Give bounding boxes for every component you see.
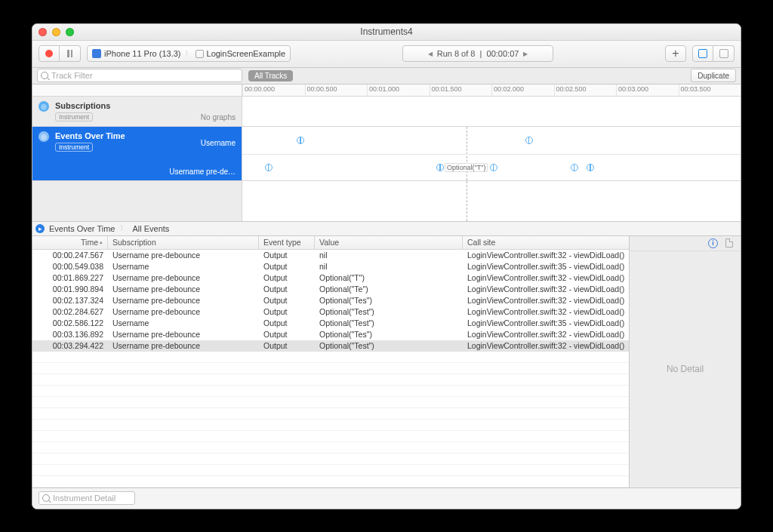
track-filter-placeholder: Track Filter [51, 71, 93, 80]
table-row[interactable]: 00:00.247.567Username pre-debounceOutput… [32, 250, 629, 261]
no-detail-label: No Detail [630, 251, 741, 487]
file-icon[interactable] [725, 238, 733, 248]
lane-label-username: Username [201, 139, 236, 147]
event-marker[interactable] [490, 164, 497, 171]
event-marker-label: Optional("T") [445, 163, 488, 172]
event-marker[interactable] [587, 164, 594, 171]
lane-label-username-predebounce: Username pre-de… [169, 168, 236, 176]
track-icon: ◎ [38, 131, 49, 142]
track-name: Subscriptions [55, 101, 236, 110]
table-row[interactable]: 00:01.990.894Username pre-debounceOutput… [32, 284, 629, 295]
device-icon [92, 49, 101, 58]
instrument-tag: Instrument [55, 143, 93, 152]
pause-button[interactable] [60, 45, 81, 62]
search-icon [41, 72, 48, 79]
event-marker[interactable] [571, 164, 578, 171]
detail-root-icon[interactable]: ▸ [35, 224, 45, 233]
process-label: LoginScreenExample [207, 49, 286, 58]
prev-run-icon[interactable]: ◀ [428, 51, 433, 57]
add-instrument-button[interactable]: + [665, 45, 686, 62]
detail-leaf-label[interactable]: All Events [132, 224, 169, 233]
event-marker[interactable] [525, 137, 533, 144]
col-call-site[interactable]: Call site [463, 236, 629, 249]
filter-row: Track Filter All Tracks Duplicate [32, 68, 741, 85]
track-events-over-time[interactable]: ◎ Events Over Time Instrument Username U… [32, 127, 741, 181]
footer-bar: Instrument Detail [32, 487, 741, 509]
table-row[interactable]: 00:00.549.038UsernameOutputnilLoginViewC… [32, 261, 629, 272]
run-label: Run 8 of 8 | 00:00:07 [437, 49, 519, 58]
detail-side-panel: i No Detail [630, 236, 741, 487]
target-selector[interactable]: iPhone 11 Pro (13.3) 〉 LoginScreenExampl… [87, 45, 291, 62]
event-marker[interactable] [297, 137, 304, 144]
process-icon [196, 50, 204, 58]
view-toggle-right[interactable] [713, 45, 735, 62]
titlebar: Instruments4 [32, 24, 741, 41]
events-table: Time▴ Subscription Event type Value Call… [32, 236, 630, 487]
instruments-window: Instruments4 iPhone 11 Pro (13.3) 〉 Logi… [32, 23, 741, 509]
timeline-ruler[interactable]: 00:00.00000:00.50000:01.00000:01.50000:0… [32, 85, 741, 97]
col-subscription[interactable]: Subscription [108, 236, 259, 249]
table-row[interactable]: 00:03.136.892Username pre-debounceOutput… [32, 329, 629, 340]
all-tracks-chip[interactable]: All Tracks [248, 70, 293, 81]
no-graphs-label: No graphs [201, 113, 236, 121]
instrument-detail-placeholder: Instrument Detail [53, 494, 115, 503]
next-run-icon[interactable]: ▶ [523, 51, 528, 57]
instrument-detail-input[interactable]: Instrument Detail [38, 491, 135, 505]
detail-breadcrumb: ▸ Events Over Time 〉 All Events [32, 221, 741, 236]
device-label: iPhone 11 Pro (13.3) [104, 49, 181, 58]
chevron-right-icon: 〉 [185, 49, 192, 59]
track-subscriptions[interactable]: ◎ Subscriptions Instrument No graphs [32, 97, 741, 127]
table-row[interactable]: 00:03.294.422Username pre-debounceOutput… [32, 340, 629, 352]
bottom-panel: Time▴ Subscription Event type Value Call… [32, 236, 741, 487]
table-row[interactable]: 00:02.586.122UsernameOutputOptional("Tes… [32, 318, 629, 329]
col-value[interactable]: Value [315, 236, 463, 249]
window-title: Instruments4 [32, 26, 741, 37]
chevron-right-icon: 〉 [120, 223, 127, 233]
view-toggle-left[interactable] [692, 45, 713, 62]
table-row[interactable]: 00:01.869.227Username pre-debounceOutput… [32, 272, 629, 284]
track-icon: ◎ [38, 101, 49, 112]
record-button[interactable] [38, 45, 60, 62]
table-header: Time▴ Subscription Event type Value Call… [32, 236, 629, 250]
side-header: i [630, 236, 741, 251]
timeline-lane[interactable]: Optional("T") [242, 127, 741, 180]
event-marker[interactable] [265, 164, 273, 171]
col-time[interactable]: Time▴ [32, 236, 108, 249]
search-icon [42, 494, 50, 502]
info-icon[interactable]: i [708, 238, 718, 248]
toolbar: iPhone 11 Pro (13.3) 〉 LoginScreenExampl… [32, 41, 741, 68]
tracks-area: ◎ Subscriptions Instrument No graphs ◎ E… [32, 97, 741, 181]
col-event-type[interactable]: Event type [259, 236, 315, 249]
event-marker[interactable] [436, 164, 444, 171]
run-selector[interactable]: ◀ Run 8 of 8 | 00:00:07 ▶ [402, 45, 553, 62]
instrument-tag: Instrument [55, 112, 93, 121]
detail-root-label[interactable]: Events Over Time [49, 224, 115, 233]
empty-tracks-area [32, 181, 741, 221]
table-row[interactable]: 00:02.284.627Username pre-debounceOutput… [32, 306, 629, 318]
duplicate-button[interactable]: Duplicate [691, 69, 736, 82]
table-row[interactable]: 00:02.137.324Username pre-debounceOutput… [32, 295, 629, 306]
track-filter-input[interactable]: Track Filter [37, 69, 242, 82]
